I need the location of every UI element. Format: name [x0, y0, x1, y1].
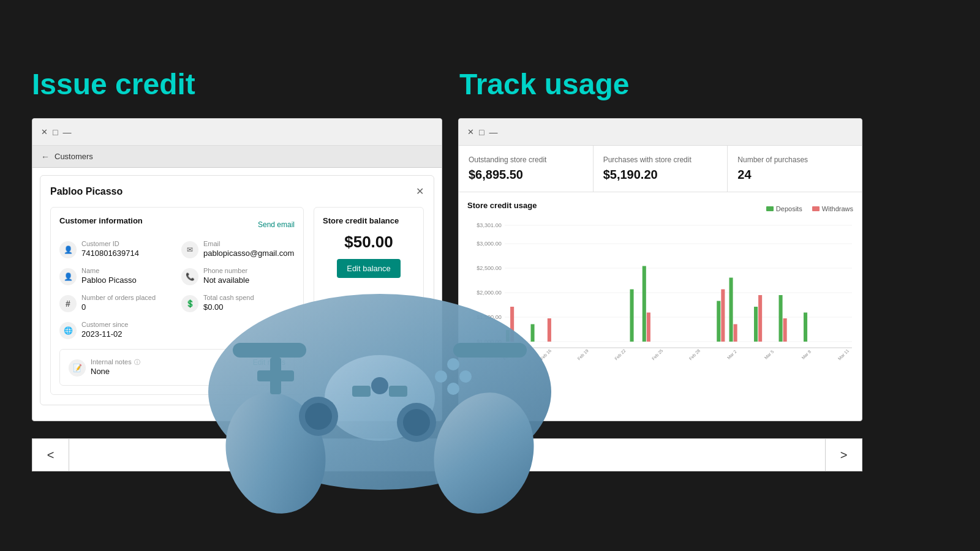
edit-notes-link[interactable]: Edit notes: [253, 358, 285, 367]
orders-field: # Number of orders placed 0: [59, 294, 173, 312]
legend-deposits-label: Deposits: [776, 205, 802, 212]
store-credit-title: Store credit balance: [323, 216, 399, 225]
svg-text:$3,000.00: $3,000.00: [477, 241, 502, 247]
nav-prev-button[interactable]: <: [32, 439, 69, 471]
issue-credit-window: ✕ □ — ← Customers Pabloo Picasso ✕ Custo…: [32, 118, 442, 421]
svg-text:Mar 8: Mar 8: [801, 349, 812, 360]
svg-rect-24: [758, 295, 762, 342]
svg-rect-15: [548, 318, 551, 342]
email-label: Email: [203, 240, 294, 247]
name-icon: 👤: [59, 268, 77, 285]
customer-info-title: Customer information: [59, 216, 143, 225]
dialog-header: Pabloo Picasso ✕: [50, 186, 424, 197]
name-label: Name: [81, 267, 137, 274]
svg-point-45: [447, 358, 459, 370]
svg-rect-14: [530, 324, 534, 342]
svg-text:Feb 28: Feb 28: [688, 348, 701, 361]
send-email-link[interactable]: Send email: [258, 220, 295, 229]
maximize-icon[interactable]: □: [53, 127, 58, 137]
minimize-icon[interactable]: —: [62, 127, 71, 137]
edit-balance-button[interactable]: Edit balance: [337, 259, 401, 278]
customer-dialog: Pabloo Picasso ✕ Customer information Se…: [40, 175, 434, 405]
back-arrow-icon[interactable]: ←: [41, 152, 50, 162]
stat-purchases-credit: Purchases with store credit $5,190.20: [594, 146, 728, 192]
customer-info-section: Customer information Send email 👤 Custom…: [50, 207, 304, 395]
withdraws-color-swatch: [812, 206, 820, 211]
title-bar-left: ✕ □ —: [32, 119, 442, 146]
chart-container: Store credit usage Deposits Withdraws $3…: [459, 192, 862, 374]
store-credit-box: Store credit balance $50.00 Edit balance: [314, 207, 424, 395]
cash-spend-icon: 💲: [181, 295, 198, 312]
svg-rect-19: [717, 301, 720, 342]
legend-withdraws: Withdraws: [812, 205, 853, 212]
nav-next-button[interactable]: >: [825, 439, 862, 471]
stat-outstanding-label: Outstanding store credit: [469, 156, 583, 164]
svg-text:Mar 2: Mar 2: [726, 349, 737, 360]
notes-header: Internal notes ⓘ Edit notes: [91, 358, 285, 367]
dialog-close-button[interactable]: ✕: [416, 186, 424, 197]
track-usage-window: ✕ □ — Outstanding store credit $6,895.50…: [458, 118, 862, 421]
cash-spend-value: $0.00: [203, 302, 254, 312]
stat-outstanding-value: $6,895.50: [469, 168, 583, 182]
close-icon-right[interactable]: ✕: [467, 127, 474, 137]
svg-rect-27: [804, 313, 807, 342]
phone-label: Phone number: [203, 267, 249, 274]
customer-since-field: 🌐 Customer since 2023-11-02: [59, 321, 173, 339]
svg-rect-16: [630, 290, 633, 342]
svg-rect-12: [506, 330, 510, 342]
notes-value: None: [91, 367, 285, 376]
customer-since-icon: 🌐: [59, 322, 77, 339]
customer-info-grid: 👤 Customer ID 7410801639714 ✉ Email pabl…: [59, 240, 295, 339]
orders-icon: #: [59, 295, 77, 312]
stat-num-value: 24: [737, 168, 852, 182]
cash-spend-field: 💲 Total cash spend $0.00: [181, 294, 295, 312]
svg-rect-18: [647, 313, 650, 342]
dialog-content: Customer information Send email 👤 Custom…: [50, 207, 424, 395]
nav-customers-label[interactable]: Customers: [55, 152, 93, 161]
svg-text:Mar 5: Mar 5: [764, 349, 775, 360]
orders-label: Number of orders placed: [81, 294, 156, 301]
svg-text:Feb 25: Feb 25: [651, 348, 664, 361]
stat-num-label: Number of purchases: [737, 156, 852, 164]
orders-value: 0: [81, 302, 156, 312]
dialog-title: Pabloo Picasso: [50, 186, 123, 197]
phone-icon: 📞: [181, 268, 198, 285]
customer-since-label: Customer since: [81, 321, 128, 328]
notes-info-icon: ⓘ: [134, 358, 140, 367]
svg-rect-22: [734, 324, 737, 342]
title-bar-right: ✕ □ —: [459, 119, 862, 146]
svg-point-48: [447, 383, 459, 395]
customer-id-label: Customer ID: [81, 240, 139, 247]
email-icon: ✉: [181, 241, 198, 258]
svg-text:Feb 22: Feb 22: [614, 348, 627, 361]
svg-rect-17: [643, 266, 646, 342]
close-icon[interactable]: ✕: [41, 127, 48, 137]
svg-rect-20: [721, 290, 725, 342]
svg-text:Mar 11: Mar 11: [837, 348, 850, 361]
chart-title: Store credit usage: [467, 201, 537, 210]
customer-id-value: 7410801639714: [81, 249, 139, 258]
svg-text:$2,000.00: $2,000.00: [477, 290, 502, 296]
legend-deposits: Deposits: [766, 205, 802, 212]
deposits-color-swatch: [766, 206, 774, 211]
svg-text:$1,000.00: $1,000.00: [477, 339, 502, 345]
svg-text:$1,500.00: $1,500.00: [477, 314, 502, 320]
phone-field: 📞 Phone number Not available: [181, 267, 295, 285]
svg-rect-26: [783, 318, 787, 342]
stat-outstanding-credit: Outstanding store credit $6,895.50: [459, 146, 594, 192]
chart-legend: Deposits Withdraws: [766, 205, 853, 212]
svg-rect-25: [778, 295, 782, 342]
stat-purchases-label: Purchases with store credit: [603, 156, 718, 164]
track-usage-heading: Track usage: [459, 67, 630, 101]
notes-content: Internal notes ⓘ Edit notes None: [91, 358, 285, 376]
svg-text:Feb 19: Feb 19: [576, 348, 589, 361]
nav-bar-left: ← Customers: [32, 146, 442, 168]
svg-rect-23: [754, 307, 758, 342]
svg-rect-21: [729, 278, 733, 342]
stats-bar: Outstanding store credit $6,895.50 Purch…: [459, 146, 862, 192]
phone-value: Not available: [203, 276, 249, 285]
maximize-icon-right[interactable]: □: [479, 127, 484, 137]
notes-section: 📝 Internal notes ⓘ Edit notes None: [59, 349, 295, 386]
bar-chart: $3,301.00 $3,000.00 $2,500.00 $2,000.00 …: [467, 216, 853, 363]
minimize-icon-right[interactable]: —: [489, 127, 497, 137]
